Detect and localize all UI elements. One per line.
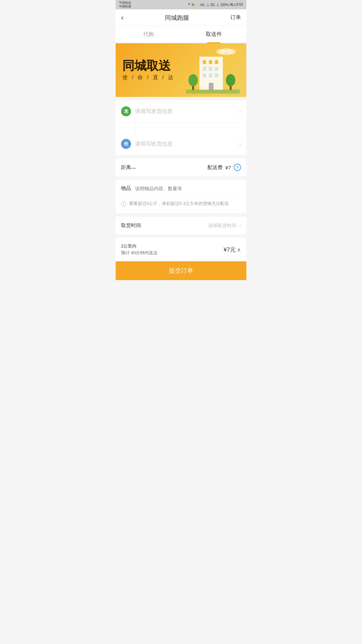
svg-rect-11 [209, 73, 212, 77]
tab-daigou[interactable]: 代购 [116, 26, 181, 43]
recv-address-row[interactable]: 收 请填写收货信息 › [121, 133, 241, 155]
time-placeholder: 选择取货时间 [208, 223, 236, 229]
banner-text: 同城取送 使 / 命 / 直 / 达 [122, 59, 175, 82]
time-arrow-icon: › [239, 222, 241, 229]
svg-rect-9 [215, 67, 218, 71]
svg-rect-13 [209, 83, 214, 90]
carrier-info: 中国电信 中国联通 [119, 1, 131, 8]
submit-order-button[interactable]: 提交订单 [116, 261, 246, 280]
svg-point-1 [217, 49, 226, 54]
send-placeholder: 请填写发货信息 [135, 108, 239, 115]
send-arrow-icon: › [239, 108, 241, 115]
svg-rect-5 [209, 60, 212, 64]
footer-distance-label: 2公里内 [121, 243, 158, 249]
recv-badge: 收 [121, 139, 131, 149]
fee-area: 配送费 ¥7 ? [207, 164, 241, 171]
warning-icon: ⓘ [121, 201, 126, 208]
svg-rect-7 [203, 67, 206, 71]
status-right: 📍 N ⚡ 4G ..|. 3G ..|. 100% 晚上9:50 [187, 2, 243, 7]
goods-input-row: 物品 [121, 185, 241, 197]
footer-eta: 预计 40分钟内送达 [121, 250, 158, 256]
tab-qusongjian[interactable]: 取送件 [181, 26, 246, 43]
svg-rect-10 [203, 73, 206, 77]
recv-arrow-icon: › [239, 141, 241, 148]
banner-subtitle: 使 / 命 / 直 / 达 [122, 74, 175, 81]
time: 晚上9:50 [230, 2, 243, 7]
time-value-area: 选择取货时间 › [208, 222, 241, 229]
orders-button[interactable]: 订单 [230, 14, 241, 21]
help-icon[interactable]: ? [234, 164, 241, 171]
svg-point-2 [227, 49, 236, 54]
svg-rect-8 [209, 67, 212, 71]
fee-label: 配送费 [207, 164, 223, 171]
pickup-time-section[interactable]: 取货时间 选择取货时间 › [116, 217, 246, 234]
status-icons: 📍 N ⚡ 4G ..|. 3G ..|. [187, 3, 219, 7]
status-bar: 中国电信 中国联通 📍 N ⚡ 4G ..|. 3G ..|. 100% 晚上9… [116, 0, 246, 9]
svg-rect-18 [186, 90, 240, 94]
delivery-info-row: 距离 — 配送费 ¥7 ? [121, 164, 241, 171]
fee-value: ¥7 [225, 165, 231, 170]
footer-price-area[interactable]: ¥7元 ∧ [224, 246, 241, 254]
tabs-bar: 代购 取送件 [116, 26, 246, 43]
banner-title: 同城取送 [122, 59, 175, 72]
goods-input[interactable] [135, 186, 241, 191]
chevron-up-icon: ∧ [237, 247, 241, 253]
goods-warning: ⓘ 重量超过5公斤，体积超过0.3立方米的货物无法配送 [121, 197, 241, 208]
banner-illustration [186, 47, 240, 94]
goods-section: 物品 ⓘ 重量超过5公斤，体积超过0.3立方米的货物无法配送 [116, 180, 246, 213]
footer-distance-info: 2公里内 预计 40分钟内送达 [121, 243, 158, 256]
nav-bar: ‹ 同城跑腿 订单 [116, 9, 246, 26]
send-badge: 发 [121, 106, 131, 116]
recv-placeholder: 请填写收货信息 [135, 141, 239, 148]
address-divider [135, 123, 241, 133]
send-address-row[interactable]: 发 请填写发货信息 › [121, 100, 241, 123]
promo-banner: 同城取送 使 / 命 / 直 / 达 [116, 43, 246, 97]
svg-point-15 [188, 74, 198, 86]
delivery-info-section: 距离 — 配送费 ¥7 ? [116, 158, 246, 176]
distance-value: — [131, 165, 136, 170]
battery: 100% [220, 3, 229, 7]
distance-label: 距离 [121, 164, 131, 171]
page-title: 同城跑腿 [165, 14, 189, 22]
address-section: 发 请填写发货信息 › 收 请填写收货信息 › [116, 100, 246, 155]
time-label: 取货时间 [121, 222, 141, 229]
svg-rect-6 [215, 60, 218, 64]
svg-rect-4 [203, 60, 206, 64]
svg-rect-12 [215, 73, 218, 77]
back-button[interactable]: ‹ [121, 13, 123, 22]
footer-summary: 2公里内 预计 40分钟内送达 ¥7元 ∧ [116, 238, 246, 261]
svg-point-17 [226, 74, 235, 86]
warning-text: 重量超过5公斤，体积超过0.3立方米的货物无法配送 [129, 201, 229, 207]
footer-price: ¥7元 [224, 246, 236, 254]
goods-label: 物品 [121, 185, 131, 192]
